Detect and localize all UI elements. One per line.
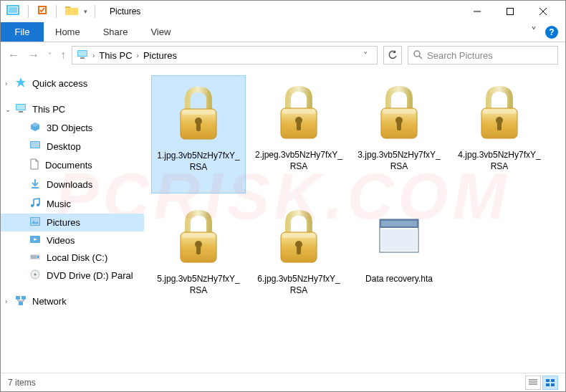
file-name: 6.jpg.3vb5NzHy7fxY_RSA (254, 274, 343, 296)
desktop-icon (29, 140, 41, 153)
address-bar: ← → ˅ ↑ › This PC › Pictures ˅ Search Pi… (1, 42, 565, 68)
breadcrumb-item[interactable]: Pictures (143, 50, 177, 61)
properties-qat-icon[interactable] (37, 5, 47, 18)
pictures-icon (29, 216, 41, 229)
svg-rect-31 (19, 302, 23, 305)
ribbon: File Home Share View ˅ ? (1, 22, 565, 42)
file-item[interactable]: 1.jpg.3vb5NzHy7fxY_RSA (151, 75, 246, 193)
file-name: 1.jpg.3vb5NzHy7fxY_RSA (155, 150, 242, 173)
svg-rect-47 (483, 110, 516, 114)
svg-rect-54 (297, 246, 301, 254)
music-icon (29, 197, 41, 211)
back-button[interactable]: ← (8, 49, 19, 62)
up-button[interactable]: ↑ (60, 49, 66, 62)
pc-icon (15, 103, 27, 115)
minimize-button[interactable] (461, 1, 494, 22)
dvd-icon (29, 269, 41, 282)
app-icon (370, 205, 428, 269)
svg-rect-9 (78, 51, 87, 56)
qat-dropdown-icon[interactable]: ▾ (84, 8, 87, 15)
titlebar: ▾ Pictures (1, 1, 565, 22)
search-input[interactable]: Search Pictures (408, 46, 558, 64)
svg-rect-5 (507, 9, 514, 15)
search-icon (413, 49, 423, 62)
search-placeholder: Search Pictures (427, 50, 493, 61)
svg-line-12 (419, 56, 422, 59)
chevron-right-icon: › (5, 297, 7, 305)
close-button[interactable] (527, 1, 560, 22)
tab-share[interactable]: Share (92, 22, 140, 42)
tab-view[interactable]: View (139, 22, 182, 42)
sidebar: › Quick access ⌄ This PC 3D Objects Desk… (1, 68, 144, 369)
file-tab[interactable]: File (1, 22, 44, 42)
chevron-right-icon[interactable]: › (92, 52, 95, 59)
file-name: 5.jpg.3vb5NzHy7fxY_RSA (154, 274, 243, 296)
svg-rect-51 (182, 234, 215, 238)
svg-rect-39 (282, 110, 315, 114)
chevron-right-icon: › (5, 80, 7, 87)
forward-button[interactable]: → (28, 49, 39, 62)
sidebar-item-localdisk[interactable]: Local Disk (C:) (1, 249, 144, 266)
chevron-right-icon[interactable]: › (137, 52, 139, 59)
tab-home[interactable]: Home (44, 22, 92, 42)
network-icon (15, 295, 27, 307)
sidebar-item-music[interactable]: Music (1, 194, 144, 214)
file-name: 3.jpg.3vb5NzHy7fxY_RSA (355, 150, 443, 172)
recent-dropdown[interactable]: ˅ (48, 52, 52, 59)
svg-rect-50 (196, 246, 201, 254)
sidebar-item-downloads[interactable]: Downloads (1, 175, 144, 194)
lock-icon (270, 81, 327, 145)
file-item[interactable]: 4.jpg.3vb5NzHy7fxY_RSA (452, 75, 547, 193)
svg-rect-38 (297, 122, 301, 130)
svg-rect-26 (37, 256, 39, 258)
svg-rect-17 (31, 142, 39, 148)
file-item[interactable]: 3.jpg.3vb5NzHy7fxY_RSA (352, 75, 446, 193)
view-icons-button[interactable] (542, 376, 558, 390)
svg-rect-10 (80, 57, 85, 59)
refresh-button[interactable] (383, 46, 402, 64)
chevron-down-icon: ⌄ (5, 105, 11, 113)
breadcrumb-item[interactable]: This PC (99, 50, 132, 61)
svg-rect-30 (21, 296, 26, 300)
sidebar-item-documents[interactable]: Documents (1, 156, 144, 175)
svg-rect-43 (383, 110, 416, 114)
sidebar-item-pictures[interactable]: Pictures (1, 214, 144, 231)
breadcrumb[interactable]: › This PC › Pictures ˅ (72, 46, 378, 64)
file-list: 1.jpg.3vb5NzHy7fxY_RSA 2.jpeg.3vb5NzHy7f… (144, 68, 565, 369)
svg-rect-25 (31, 255, 37, 259)
file-item[interactable]: Data recovery.hta (352, 199, 446, 317)
file-item[interactable]: 2.jpeg.3vb5NzHy7fxY_RSA (251, 75, 346, 193)
sidebar-item-desktop[interactable]: Desktop (1, 138, 144, 156)
svg-rect-46 (497, 122, 502, 130)
lock-icon (370, 81, 428, 145)
ribbon-expand-icon[interactable]: ˅ (531, 25, 537, 39)
view-details-button[interactable] (525, 376, 541, 390)
window-title: Pictures (110, 6, 140, 16)
breadcrumb-dropdown[interactable]: ˅ (359, 50, 373, 61)
svg-point-28 (34, 274, 37, 276)
statusbar: 7 items (1, 373, 565, 391)
videos-icon (29, 234, 41, 247)
lock-icon (170, 82, 227, 146)
sidebar-item-network[interactable]: › Network (1, 292, 144, 310)
file-name: 4.jpg.3vb5NzHy7fxY_RSA (455, 150, 544, 172)
sidebar-item-thispc[interactable]: ⌄ This PC (1, 100, 144, 118)
svg-rect-55 (282, 234, 315, 238)
sidebar-item-dvddrive[interactable]: DVD Drive (D:) Paral (1, 266, 144, 285)
svg-rect-34 (196, 123, 201, 131)
svg-rect-42 (397, 122, 401, 130)
file-item[interactable]: 5.jpg.3vb5NzHy7fxY_RSA (151, 199, 246, 317)
svg-rect-35 (182, 110, 215, 115)
maximize-button[interactable] (494, 1, 527, 22)
sidebar-item-quickaccess[interactable]: › Quick access (1, 74, 144, 93)
folder-qat-icon[interactable] (65, 5, 78, 18)
svg-rect-29 (16, 296, 20, 300)
file-name: 2.jpeg.3vb5NzHy7fxY_RSA (254, 150, 343, 172)
sidebar-item-3dobjects[interactable]: 3D Objects (1, 118, 144, 138)
drive-icon (29, 252, 41, 263)
pictures-qat-icon[interactable] (6, 5, 19, 18)
file-item[interactable]: 6.jpg.3vb5NzHy7fxY_RSA (251, 199, 346, 317)
sidebar-item-videos[interactable]: Videos (1, 231, 144, 249)
help-icon[interactable]: ? (545, 26, 558, 39)
svg-point-20 (37, 204, 39, 206)
